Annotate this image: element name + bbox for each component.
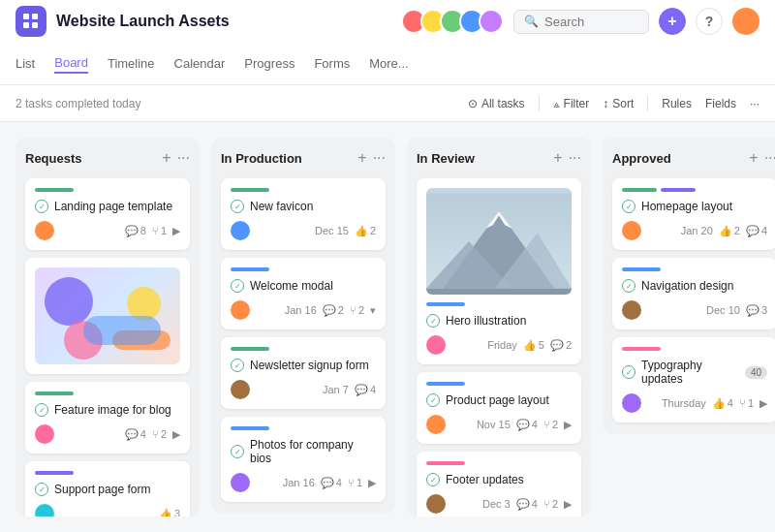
card-tag [35,471,74,475]
card-welcome-modal[interactable]: Welcome modal Jan 16 💬 2 ⑂ 2 ▾ [221,258,386,329]
sort-icon: ↕ [603,97,608,110]
card-meta: Thursday 👍 4 ⑂ 1 ▶ [662,397,767,410]
card-footer: Jan 16 💬 4 ⑂ 1 ▶ [231,473,376,492]
col-menu-icon[interactable]: ··· [764,149,775,167]
toolbar: 2 tasks completed today ⊙ All tasks ⟁ Fi… [0,85,775,122]
column-requests: Requests + ··· Landing page template 💬 8… [16,138,200,516]
check-icon [35,483,48,496]
comment-count: 💬 4 [321,477,342,489]
card-footer: 💬 8 ⑂ 1 ▶ [35,221,180,240]
arrow-icon: ▶ [172,225,180,237]
card-landing-page[interactable]: Landing page template 💬 8 ⑂ 1 ▶ [25,178,190,250]
header-left: Website Launch Assets [16,6,230,37]
team-avatars [401,9,504,34]
branch-count: ⑂ 1 [152,225,167,236]
card-footer: 💬 4 ⑂ 2 ▶ [35,424,180,444]
tab-board[interactable]: Board [54,55,88,74]
col-actions-in-production[interactable]: + ··· [357,149,386,167]
card-footer: Jan 16 💬 2 ⑂ 2 ▾ [231,300,376,320]
card-footer: Dec 3 💬 4 ⑂ 2 ▶ [426,494,572,514]
card-support-page[interactable]: Support page form 👍 3 [25,461,190,516]
avatar [35,221,54,240]
app-title: Website Launch Assets [56,13,230,30]
col-actions-approved[interactable]: + ··· [749,149,775,167]
branch-count: ⑂ 2 [543,419,558,430]
comment-count: 💬 4 [516,419,538,431]
card-navigation-design[interactable]: Navigation design Dec 10 💬 3 [612,258,775,329]
divider-1 [539,96,540,111]
help-button[interactable]: ? [696,8,723,35]
col-title-approved: Approved [612,151,671,166]
card-title: Landing page template [35,200,180,213]
col-actions-in-review[interactable]: + ··· [553,149,581,167]
user-avatar[interactable] [732,8,760,35]
nav-tabs: List Board Timeline Calendar Progress Fo… [16,43,760,85]
col-actions-requests[interactable]: + ··· [162,149,190,167]
comment-count: 💬 4 [355,384,376,396]
abs-el-1 [45,277,93,326]
card-homepage-layout[interactable]: Homepage layout Jan 20 👍 2 💬 4 [612,178,775,250]
card-footer: Friday 👍 5 💬 2 [426,335,572,355]
col-menu-icon[interactable]: ··· [373,149,386,167]
tab-timeline[interactable]: Timeline [108,56,155,73]
filter-btn[interactable]: ⟁ Filter [553,97,590,110]
add-card-icon[interactable]: + [749,149,758,167]
add-card-icon[interactable]: + [553,149,562,167]
card-new-favicon[interactable]: New favicon Dec 15 👍 2 [221,178,386,250]
all-tasks-btn[interactable]: ⊙ All tasks [468,97,525,110]
header: Website Launch Assets 🔍 + ? List Board T… [0,0,775,85]
add-card-icon[interactable]: + [162,149,170,167]
add-card-icon[interactable]: + [357,149,366,167]
card-meta: Jan 7 💬 4 [323,384,376,396]
card-product-page[interactable]: Product page layout Nov 15 💬 4 ⑂ 2 ▶ [417,372,581,444]
filter-icon: ⟁ [553,97,560,110]
tab-forms[interactable]: Forms [314,56,350,73]
branch-count: ⑂ 2 [350,304,364,316]
check-icon [622,200,636,213]
tab-progress[interactable]: Progress [244,56,294,73]
card-tag [426,302,465,306]
card-footer: Nov 15 💬 4 ⑂ 2 ▶ [426,415,572,434]
card-footer: 👍 3 [35,504,180,516]
rules-btn[interactable]: Rules [662,97,692,110]
card-typography-updates[interactable]: Typography updates 40 Thursday 👍 4 ⑂ 1 ▶ [612,337,775,422]
card-feature-image[interactable]: Feature image for blog 💬 4 ⑂ 2 ▶ [25,382,190,454]
sort-btn[interactable]: ↕ Sort [603,97,634,110]
card-tag-purple [661,188,696,192]
search-input[interactable] [544,15,641,29]
card-newsletter-form[interactable]: Newsletter signup form Jan 7 💬 4 [221,337,386,409]
card-hero-illustration[interactable]: Hero illustration Friday 👍 5 💬 2 [417,178,581,364]
card-abstract[interactable] [25,258,190,374]
like-count: 👍 3 [159,508,180,517]
col-menu-icon[interactable]: ··· [569,149,581,167]
tab-calendar[interactable]: Calendar [174,56,226,73]
svg-rect-0 [23,14,29,19]
card-tag [35,391,74,395]
card-meta: 👍 3 [159,508,180,517]
svg-rect-1 [23,22,29,28]
tab-list[interactable]: List [16,56,35,73]
more-options-btn[interactable]: ··· [750,97,760,110]
card-title: Support page form [35,483,180,496]
header-right: 🔍 + ? [401,8,760,35]
dropdown-icon[interactable]: ▾ [370,304,376,317]
card-tag [426,382,465,386]
add-button[interactable]: + [659,8,686,35]
card-footer: Dec 15 👍 2 [231,221,376,240]
card-meta: Dec 10 💬 3 [706,304,767,317]
tab-more[interactable]: More... [369,56,408,73]
avatar [231,473,250,492]
like-count: 👍 2 [719,225,740,237]
check-icon [231,445,244,458]
card-meta: Dec 15 👍 2 [315,225,376,237]
card-footer-updates[interactable]: Footer updates Dec 3 💬 4 ⑂ 2 ▶ [417,452,581,516]
search-box[interactable]: 🔍 [513,10,649,34]
card-company-bios[interactable]: Photos for company bios Jan 16 💬 4 ⑂ 1 ▶ [221,417,386,502]
avatar [426,415,446,434]
fields-btn[interactable]: Fields [705,97,736,110]
card-tag [231,188,269,192]
card-meta: Dec 3 💬 4 ⑂ 2 ▶ [482,498,572,511]
col-menu-icon[interactable]: ··· [177,149,190,167]
comment-count: 💬 2 [323,304,344,317]
avatar [35,504,54,516]
